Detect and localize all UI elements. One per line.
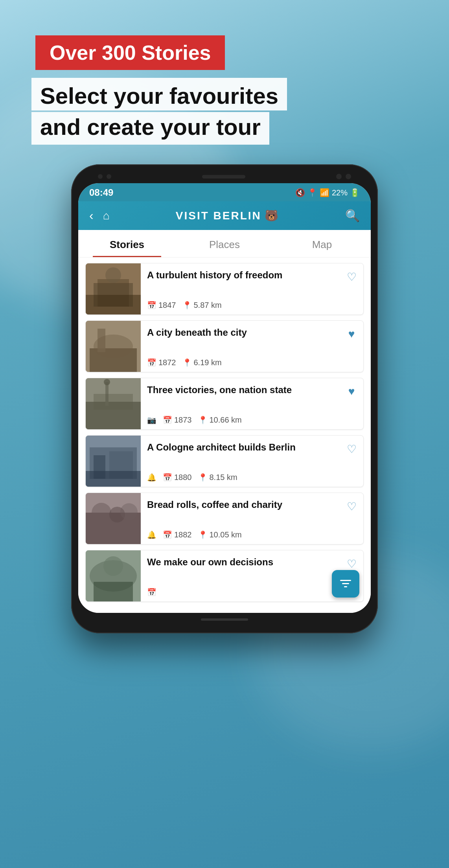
favorite-button[interactable]: ♡ <box>345 500 358 513</box>
story-card[interactable]: Three victories, one nation state ♥ 📷 📅 <box>85 378 364 430</box>
story-header: Three victories, one nation state ♥ <box>147 384 358 398</box>
story-info: Three victories, one nation state ♥ 📷 📅 <box>141 378 363 429</box>
year-value: 1872 <box>158 358 176 367</box>
story-thumbnail <box>86 493 141 544</box>
calendar-icon: 📅 <box>163 416 172 425</box>
story-card[interactable]: A city beneath the city ♥ 📅 1872 <box>85 320 364 372</box>
story-title: A city beneath the city <box>147 326 345 338</box>
story-title: Bread rolls, coffee and charity <box>147 498 345 511</box>
story-header: A turbulent history of freedom ♡ <box>147 269 358 283</box>
svg-rect-18 <box>86 471 141 487</box>
status-icons: 🔇 📍 📶 22% 🔋 <box>295 188 360 197</box>
phone-screen: 08:49 🔇 📍 📶 22% 🔋 ‹ ⌂ <box>78 183 371 613</box>
berlin-bear-icon: 🐻 <box>265 209 279 222</box>
status-time: 08:49 <box>89 187 113 198</box>
year-value: 1873 <box>174 416 192 425</box>
story-info: A city beneath the city ♥ 📅 1872 <box>141 321 363 372</box>
story-card[interactable]: Bread rolls, coffee and charity ♡ 🔔 📅 <box>85 493 364 544</box>
home-button[interactable]: ⌂ <box>103 210 110 222</box>
svg-rect-30 <box>344 586 347 587</box>
content-wrapper: Over 300 Stories Select your favourites … <box>0 0 449 633</box>
calendar-icon: 📅 <box>147 358 156 367</box>
story-thumbnail <box>86 436 141 487</box>
phone-shell: 08:49 🔇 📍 📶 22% 🔋 ‹ ⌂ <box>71 164 378 633</box>
story-info: Bread rolls, coffee and charity ♡ 🔔 📅 <box>141 493 363 544</box>
meta-bell: 🔔 <box>147 473 156 482</box>
meta-year: 📅 1882 <box>163 530 192 539</box>
tab-stories[interactable]: Stories <box>78 230 176 257</box>
battery-text: 22% <box>332 188 348 197</box>
meta-bell: 🔔 <box>147 530 156 539</box>
story-meta: 📅 <box>147 588 358 597</box>
camera-icon: 📷 <box>147 416 156 425</box>
location-pin-icon: 📍 <box>198 473 208 482</box>
status-bar: 08:49 🔇 📍 📶 22% 🔋 <box>78 183 371 201</box>
favorite-button[interactable]: ♡ <box>345 557 358 570</box>
svg-point-8 <box>94 335 133 358</box>
meta-distance: 📍 6.19 km <box>182 358 222 367</box>
meta-distance: 📍 5.87 km <box>182 301 222 310</box>
distance-value: 8.15 km <box>210 473 237 482</box>
distance-value: 10.05 km <box>210 530 242 539</box>
phone-container: 08:49 🔇 📍 📶 22% 🔋 ‹ ⌂ <box>71 164 378 633</box>
screen-inner: A turbulent history of freedom ♡ 📅 1847 <box>78 257 371 613</box>
meta-year: 📅 <box>147 588 156 597</box>
story-info: We make our own decisions ♡ 📅 <box>141 550 363 601</box>
story-thumbnail <box>86 550 141 601</box>
story-title: We make our own decisions <box>147 556 345 568</box>
story-card[interactable]: A turbulent history of freedom ♡ 📅 1847 <box>85 263 364 315</box>
svg-point-12 <box>104 379 110 385</box>
favorite-button[interactable]: ♥ <box>345 385 358 398</box>
svg-point-23 <box>120 503 138 520</box>
tab-map[interactable]: Map <box>273 230 371 257</box>
story-meta: 📷 📅 1873 📍 10.66 km <box>147 416 358 425</box>
promo-badge: Over 300 Stories <box>35 35 225 70</box>
location-pin-icon: 📍 <box>198 416 208 425</box>
location-pin-icon: 📍 <box>182 301 192 310</box>
meta-distance: 📍 10.05 km <box>198 530 242 539</box>
location-icon: 📍 <box>307 188 317 197</box>
story-thumbnail <box>86 378 141 429</box>
favorite-button[interactable]: ♥ <box>345 328 358 340</box>
calendar-icon: 📅 <box>163 530 172 539</box>
location-pin-icon: 📍 <box>182 358 192 367</box>
story-thumbnail <box>86 321 141 372</box>
favorite-button[interactable]: ♡ <box>345 443 358 456</box>
app-bar: ‹ ⌂ VISIT BERLIN 🐻 🔍 <box>78 201 371 230</box>
tab-places[interactable]: Places <box>176 230 273 257</box>
svg-point-21 <box>92 503 111 522</box>
filter-button[interactable] <box>332 570 359 598</box>
story-info: A turbulent history of freedom ♡ 📅 1847 <box>141 263 363 314</box>
distance-value: 6.19 km <box>194 358 222 367</box>
back-button[interactable]: ‹ <box>89 208 94 223</box>
search-button[interactable]: 🔍 <box>345 209 360 223</box>
app-title-text: VISIT BERLIN <box>176 210 261 222</box>
location-pin-icon: 📍 <box>198 530 208 539</box>
bell-icon: 🔔 <box>147 473 156 482</box>
meta-camera: 📷 <box>147 416 156 425</box>
svg-point-3 <box>105 267 121 283</box>
story-title: A Cologne architect builds Berlin <box>147 441 345 453</box>
story-title: Three victories, one nation state <box>147 384 345 396</box>
story-meta: 🔔 📅 1880 📍 8.15 km <box>147 473 358 482</box>
calendar-icon: 📅 <box>163 473 172 482</box>
story-header: Bread rolls, coffee and charity ♡ <box>147 498 358 513</box>
mute-icon: 🔇 <box>295 188 305 197</box>
story-meta: 🔔 📅 1882 📍 10.05 km <box>147 530 358 539</box>
year-value: 1847 <box>158 301 176 310</box>
story-card[interactable]: A Cologne architect builds Berlin ♡ 🔔 📅 <box>85 435 364 487</box>
story-meta: 📅 1847 📍 5.87 km <box>147 301 358 310</box>
svg-point-27 <box>103 556 123 576</box>
svg-rect-28 <box>340 580 351 581</box>
headline-line1: Select your favourites <box>31 78 287 110</box>
meta-year: 📅 1880 <box>163 473 192 482</box>
year-value: 1880 <box>174 473 192 482</box>
story-thumbnail <box>86 263 141 314</box>
story-card[interactable]: We make our own decisions ♡ 📅 <box>85 550 364 602</box>
meta-distance: 📍 8.15 km <box>198 473 237 482</box>
year-value: 1882 <box>174 530 192 539</box>
favorite-button[interactable]: ♡ <box>345 270 358 283</box>
bell-icon: 🔔 <box>147 530 156 539</box>
story-header: A city beneath the city ♥ <box>147 326 358 340</box>
stories-list: A turbulent history of freedom ♡ 📅 1847 <box>78 257 371 613</box>
